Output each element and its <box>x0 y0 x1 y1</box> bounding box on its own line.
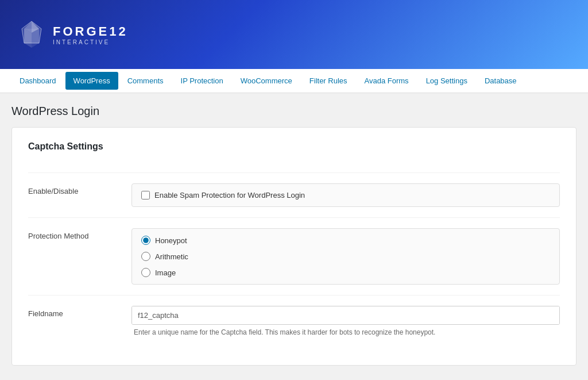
nav-item-filter-rules[interactable]: Filter Rules <box>301 72 355 90</box>
logo-area: FORGE12 INTERACTIVE <box>17 20 128 49</box>
page-title: WordPress Login <box>11 105 577 118</box>
nav-item-database[interactable]: Database <box>477 72 525 90</box>
nav-item-log-settings[interactable]: Log Settings <box>418 72 475 90</box>
radio-arithmetic-label: Arithmetic <box>155 252 188 261</box>
radio-group-protection: Honeypot Arithmetic Image <box>141 236 550 277</box>
logo-name: FORGE12 <box>53 24 128 39</box>
form-label-fieldname: Fieldname <box>28 306 131 318</box>
nav-item-comments[interactable]: Comments <box>119 72 172 90</box>
settings-card: Captcha Settings Enable/Disable Enable S… <box>11 127 577 366</box>
form-row-protection-method: Protection Method Honeypot Arithmetic Im… <box>28 217 560 295</box>
nav-bar: Dashboard WordPress Comments IP Protecti… <box>0 69 588 93</box>
page-content: WordPress Login Captcha Settings Enable/… <box>0 93 588 377</box>
form-field-fieldname: Enter a unique name for the Captcha fiel… <box>131 306 560 336</box>
fieldname-hint: Enter a unique name for the Captcha fiel… <box>131 328 560 336</box>
radio-image[interactable] <box>141 268 150 277</box>
logo-icon <box>17 20 46 49</box>
radio-arithmetic[interactable] <box>141 252 150 261</box>
nav-item-wordpress[interactable]: WordPress <box>65 72 118 90</box>
radio-image-label: Image <box>155 268 176 277</box>
logo-subtitle: INTERACTIVE <box>53 39 128 45</box>
form-row-fieldname: Fieldname Enter a unique name for the Ca… <box>28 295 560 347</box>
enable-spam-protection-checkbox[interactable] <box>141 191 150 199</box>
form-row-enable-disable: Enable/Disable Enable Spam Protection fo… <box>28 172 560 217</box>
form-label-enable-disable: Enable/Disable <box>28 183 131 195</box>
nav-item-avada-forms[interactable]: Avada Forms <box>357 72 417 90</box>
radio-honeypot[interactable] <box>141 236 150 245</box>
radio-option-honeypot[interactable]: Honeypot <box>141 236 550 245</box>
radio-option-arithmetic[interactable]: Arithmetic <box>141 252 550 261</box>
card-title: Captcha Settings <box>28 141 560 159</box>
form-field-enable-disable: Enable Spam Protection for WordPress Log… <box>131 183 560 207</box>
checkbox-container[interactable]: Enable Spam Protection for WordPress Log… <box>141 191 550 199</box>
nav-item-dashboard[interactable]: Dashboard <box>11 72 64 90</box>
logo-text: FORGE12 INTERACTIVE <box>53 24 128 45</box>
svg-marker-6 <box>32 43 39 48</box>
nav-item-ip-protection[interactable]: IP Protection <box>173 72 231 90</box>
svg-marker-5 <box>24 43 32 48</box>
text-input-wrapper <box>131 306 560 325</box>
radio-honeypot-label: Honeypot <box>155 236 187 245</box>
nav-item-woocommerce[interactable]: WooCommerce <box>233 72 300 90</box>
fieldname-input[interactable] <box>132 306 559 324</box>
header: FORGE12 INTERACTIVE <box>0 0 588 69</box>
checkbox-label: Enable Spam Protection for WordPress Log… <box>154 191 305 199</box>
radio-option-image[interactable]: Image <box>141 268 550 277</box>
form-field-protection-method: Honeypot Arithmetic Image <box>131 228 560 285</box>
form-label-protection-method: Protection Method <box>28 228 131 240</box>
